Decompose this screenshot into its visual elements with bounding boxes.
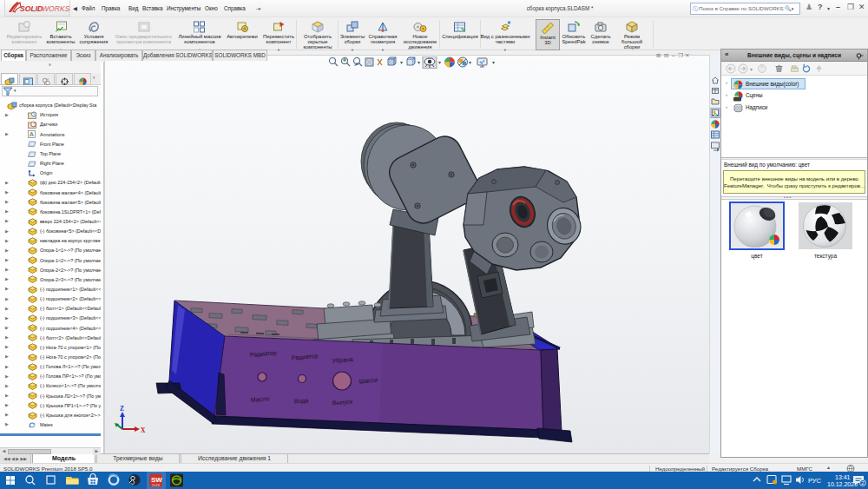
svg-text:2018: 2018 (152, 483, 161, 487)
svg-text:13:41: 13:41 (835, 474, 851, 480)
svg-text:X: X (141, 426, 146, 434)
svg-text:▾: ▾ (750, 67, 753, 72)
svg-text:10.12.2020: 10.12.2020 (827, 481, 858, 487)
svg-text:WORKS: WORKS (42, 4, 70, 13)
svg-text:SOLID: SOLID (20, 4, 43, 13)
svg-text:РУС: РУС (808, 477, 822, 485)
svg-text:Z: Z (120, 405, 124, 413)
svg-text:A: A (30, 131, 34, 137)
